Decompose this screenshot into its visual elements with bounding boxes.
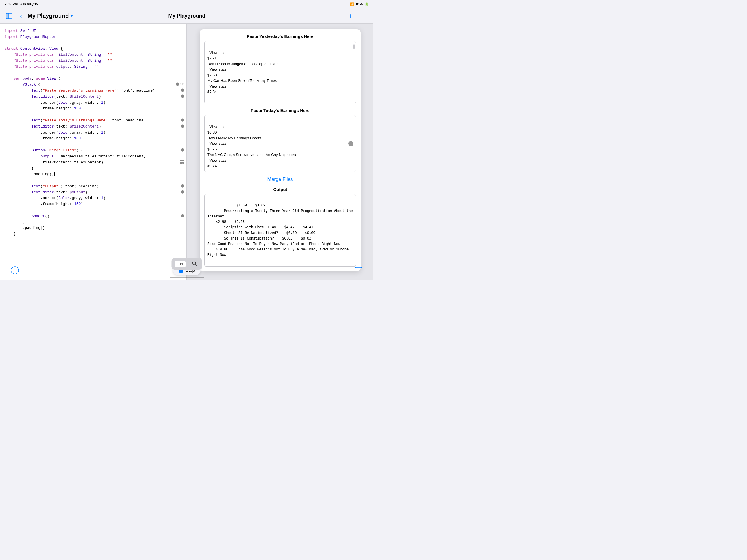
svg-line-11 (196, 265, 197, 266)
sidebar-toggle-button[interactable] (5, 11, 14, 21)
code-line: .border(Color.gray, width: 1) (0, 130, 186, 136)
code-line: @State private var output: String = "" (0, 64, 186, 70)
run-badge-grid[interactable] (180, 160, 184, 164)
output-content: $1.69 $1.69 Resurrecting a Twenty-Three … (207, 197, 353, 263)
code-line (0, 141, 186, 148)
language-selector[interactable]: EN (175, 261, 186, 267)
main-content: import SwiftUI import PlaygroundSupport … (0, 24, 374, 280)
code-line (0, 70, 186, 76)
run-badge[interactable]: ⬤ (181, 184, 184, 189)
more-button[interactable]: ··· (360, 11, 369, 21)
section1-content: · View stats $7.71 Don't Rush to Judgeme… (207, 44, 353, 100)
code-line: struct ContentView: View { (0, 46, 186, 52)
svg-point-10 (192, 262, 196, 265)
battery-icon: 🔋 (365, 2, 369, 6)
code-line: @State private var file2Content: String … (0, 58, 186, 64)
code-line: VStack { ⬤ 2× (0, 82, 186, 88)
section2-textarea[interactable]: · View stats $0.80 How I Make My Earning… (204, 115, 356, 172)
code-line: .padding() (0, 171, 186, 178)
code-editor-panel[interactable]: import SwiftUI import PlaygroundSupport … (0, 24, 187, 280)
preview-panel: Paste Yesterday's Earnings Here · View s… (187, 24, 374, 280)
console-button[interactable] (352, 264, 365, 276)
run-badge[interactable]: ⬤ (181, 148, 184, 153)
code-line (0, 178, 186, 184)
run-badge[interactable]: ⬤ (181, 88, 184, 93)
chevron-down-icon[interactable]: ▾ (71, 14, 73, 18)
nav-left: ‹ My Playground ▾ (5, 11, 73, 21)
wifi-icon: 📶 (350, 2, 354, 6)
scroll-thumb (353, 44, 355, 49)
code-line: TextEditor(text: $file2Content) ⬤ (0, 124, 186, 130)
nav-title-text: My Playground (28, 12, 69, 19)
code-line: output = mergeFiles(file1Content: file1C… (0, 154, 186, 160)
date-display: Sun May 19 (19, 2, 38, 6)
preview-card: Paste Yesterday's Earnings Here · View s… (200, 29, 361, 271)
svg-point-5 (15, 268, 15, 269)
code-line: import SwiftUI (0, 28, 186, 34)
run-badge[interactable]: ⬤ (181, 118, 184, 123)
code-line: var body: some View { (0, 76, 186, 82)
output-textarea[interactable]: $1.69 $1.69 Resurrecting a Twenty-Three … (204, 194, 356, 267)
toolbar-divider (188, 261, 188, 267)
code-line: } (0, 231, 186, 237)
status-bar: 2:08 PM Sun May 19 📶 81% 🔋 (0, 0, 374, 9)
code-line: .border(Color.gray, width: 1) (0, 195, 186, 201)
keyboard-toolbar: EN (171, 258, 202, 270)
nav-title: My Playground ▾ (28, 12, 73, 19)
code-line: .padding() (0, 225, 186, 231)
code-line: Spacer() ⬤ (0, 213, 186, 219)
code-line: Text("Paste Today's Earnings Here").font… (0, 118, 186, 124)
section1-title: Paste Yesterday's Earnings Here (204, 34, 356, 39)
info-button[interactable] (9, 264, 21, 276)
code-line: .frame(height: 150) (0, 106, 186, 112)
code-line: TextEditor(text: $file1Content) ⬤ (0, 94, 186, 100)
nav-bar: ‹ My Playground ▾ My Playground + ··· (0, 9, 374, 24)
add-button[interactable]: + (346, 11, 355, 21)
code-line: Text("Paste Yesterday's Earnings Here").… (0, 88, 186, 94)
code-line: import PlaygroundSupport (0, 34, 186, 40)
code-line (0, 112, 186, 118)
svg-rect-0 (6, 14, 8, 19)
code-line: file2Content: file2Content) (0, 160, 186, 166)
time-display: 2:08 PM (5, 2, 18, 6)
run-badge[interactable]: ⬤ (176, 82, 179, 87)
status-time: 2:08 PM Sun May 19 (5, 2, 38, 6)
code-line: .border(Color.gray, width: 1) (0, 100, 186, 106)
merge-btn-row: Merge Files (204, 177, 356, 182)
code-line: @State private var file1Content: String … (0, 52, 186, 58)
status-indicators: 📶 81% 🔋 (350, 2, 369, 6)
run-badge[interactable]: ⬤ (181, 213, 184, 218)
multiply-badge: 2× (180, 82, 184, 87)
battery-level: 81% (356, 2, 363, 6)
search-icon[interactable] (191, 260, 199, 268)
code-line: .frame(height: 150) (0, 201, 186, 207)
code-line (0, 207, 186, 213)
section1-textarea[interactable]: · View stats $7.71 Don't Rush to Judgeme… (204, 41, 356, 103)
scroll-handle (348, 141, 353, 146)
merge-files-button[interactable]: Merge Files (267, 177, 293, 182)
code-line: TextEditor(text: $output) ⬤ (0, 190, 186, 195)
code-line: } (0, 165, 186, 171)
home-indicator (170, 277, 204, 278)
run-badge[interactable]: ⬤ (181, 94, 184, 99)
back-button[interactable]: ‹ (16, 11, 25, 21)
section2-content: · View stats $0.80 How I Make My Earning… (207, 118, 353, 169)
code-line (0, 40, 186, 46)
section2-title: Paste Today's Earnings Here (204, 108, 356, 113)
code-line: Button("Merge Files") { ⬤ (0, 148, 186, 154)
output-title: Output (204, 187, 356, 192)
svg-rect-6 (355, 267, 362, 273)
code-line: .frame(height: 150) (0, 136, 186, 141)
nav-right: + ··· (346, 11, 369, 21)
code-line: Text("Output").font(.headline) ⬤ (0, 184, 186, 190)
run-badge[interactable]: ⬤ (181, 124, 184, 129)
run-badge[interactable]: ⬤ (181, 190, 184, 195)
nav-center-title: My Playground (168, 13, 205, 19)
code-line: } ··· (0, 219, 186, 225)
